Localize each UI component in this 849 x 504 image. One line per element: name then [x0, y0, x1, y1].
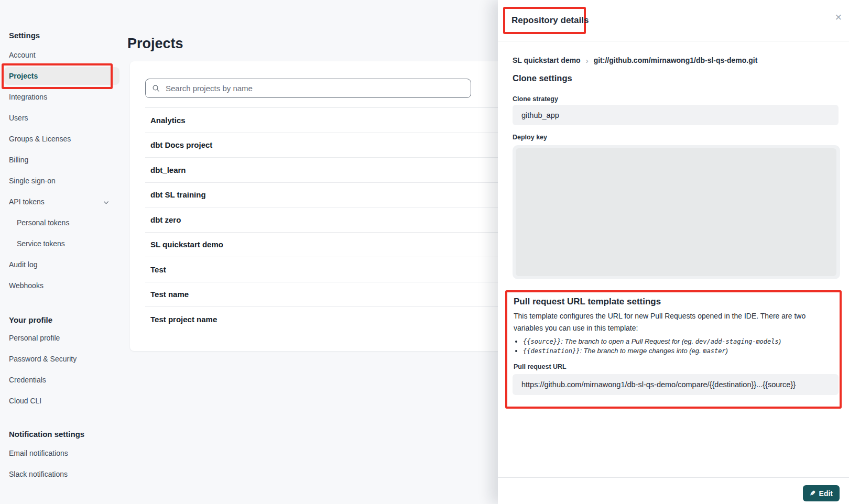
sidebar-item-integrations[interactable]: Integrations: [9, 93, 47, 101]
pull-request-settings-heading: Pull request URL template settings: [514, 297, 840, 307]
close-icon[interactable]: ✕: [834, 12, 843, 23]
annotation-box-pull-request-section: Pull request URL template settings This …: [505, 290, 842, 409]
sidebar-item-service-tokens[interactable]: Service tokens: [17, 239, 65, 248]
edit-button[interactable]: ✎ Edit: [803, 485, 840, 501]
clone-strategy-label: Clone strategy: [513, 95, 558, 103]
breadcrumb-project-name[interactable]: SL quickstart demo: [513, 56, 581, 64]
list-item-source-variable: {{source}}: The branch to open a Pull Re…: [523, 337, 840, 346]
clone-settings-heading: Clone settings: [513, 73, 572, 83]
edit-button-label: Edit: [819, 489, 833, 498]
sidebar-item-api-tokens[interactable]: API tokens: [9, 198, 45, 206]
pull-request-url-value: https://github.com/mirnawong1/db-sl-qs-d…: [513, 374, 839, 395]
deploy-key-redacted-value: [516, 148, 836, 276]
sidebar-item-email-notifications[interactable]: Email notifications: [9, 449, 68, 457]
pull-request-url-label: Pull request URL: [514, 363, 840, 370]
list-item-destination-variable: {{destination}}: The branch to merge cha…: [523, 346, 840, 356]
sidebar-item-account[interactable]: Account: [9, 51, 36, 59]
page-title: Projects: [127, 36, 183, 52]
sidebar-heading-notification-settings: Notification settings: [9, 430, 84, 439]
sidebar-item-personal-tokens[interactable]: Personal tokens: [17, 218, 69, 227]
panel-title: Repository details: [511, 15, 589, 26]
breadcrumb: SL quickstart demo › git://github.com/mi…: [513, 54, 757, 66]
sidebar-item-password-security[interactable]: Password & Security: [9, 355, 77, 363]
pull-request-settings-description: This template configures the URL for new…: [514, 310, 832, 334]
sidebar-item-groups-licenses[interactable]: Groups & Licenses: [9, 135, 71, 143]
panel-header: Repository details ✕: [498, 0, 849, 41]
settings-sidebar: Settings Account Projects Integrations U…: [0, 0, 126, 504]
sidebar-item-personal-profile[interactable]: Personal profile: [9, 334, 60, 342]
deploy-key-label: Deploy key: [513, 134, 547, 141]
sidebar-item-audit-log[interactable]: Audit log: [9, 260, 37, 269]
search-box: [145, 79, 471, 98]
search-input[interactable]: [165, 83, 464, 93]
sidebar-item-credentials[interactable]: Credentials: [9, 376, 46, 384]
sidebar-item-webhooks[interactable]: Webhooks: [9, 281, 43, 290]
sidebar-item-billing[interactable]: Billing: [9, 156, 28, 164]
sidebar-item-cloud-cli[interactable]: Cloud CLI: [9, 397, 41, 405]
page: Settings Account Projects Integrations U…: [0, 0, 849, 504]
annotation-box-repository-details: Repository details: [503, 7, 586, 34]
search-icon: [152, 84, 160, 92]
deploy-key-box: [513, 145, 840, 279]
sidebar-heading-your-profile: Your profile: [9, 315, 52, 324]
pencil-icon: ✎: [810, 489, 815, 497]
sidebar-item-single-sign-on[interactable]: Single sign-on: [9, 177, 56, 185]
chevron-down-icon[interactable]: [103, 199, 110, 208]
sidebar-heading-settings: Settings: [9, 31, 40, 40]
sidebar-item-users[interactable]: Users: [9, 114, 28, 122]
repository-details-panel: Repository details ✕ SL quickstart demo …: [498, 0, 849, 504]
chevron-right-icon: ›: [586, 56, 589, 65]
panel-footer: ✎ Edit: [498, 477, 849, 504]
breadcrumb-repo-url: git://github.com/mirnawong1/db-sl-qs-dem…: [594, 56, 758, 64]
sidebar-item-projects[interactable]: Projects: [9, 72, 38, 80]
template-variables-list: {{source}}: The branch to open a Pull Re…: [516, 337, 840, 356]
sidebar-item-slack-notifications[interactable]: Slack notifications: [9, 470, 68, 478]
clone-strategy-value: github_app: [513, 105, 839, 125]
